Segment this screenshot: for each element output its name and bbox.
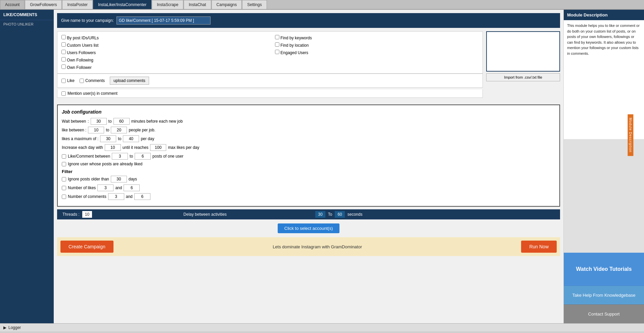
ignore-older-val-input[interactable] — [111, 176, 127, 182]
option-own-follower[interactable]: Own Follower — [61, 65, 265, 70]
checkbox-by-post-ids[interactable] — [61, 35, 66, 39]
wait-unit: minutes before each new job — [131, 119, 183, 124]
checkbox-mention[interactable] — [61, 91, 66, 96]
checkbox-engaged-users[interactable] — [275, 50, 279, 54]
num-comments-to-input[interactable] — [134, 193, 150, 200]
until-val-input[interactable] — [150, 144, 166, 151]
filter-label: Filter — [62, 169, 555, 174]
footer-text: Lets dominate Instagram with GramDominat… — [113, 244, 521, 249]
likes-max-to-input[interactable] — [123, 135, 139, 142]
ignore-liked-row: Ignore user whose posts are already like… — [62, 162, 555, 166]
wait-to-input[interactable] — [113, 118, 130, 125]
tab-growfollowers[interactable]: GrowFollowers — [25, 0, 62, 9]
checkbox-ignore-older[interactable] — [62, 177, 66, 181]
max-label: max likes per day — [168, 145, 199, 150]
right-panel: Module Description This module helps you… — [563, 10, 644, 323]
tab-instachat[interactable]: InstaChat — [184, 0, 211, 9]
watch-video-button[interactable]: Watch Video Tutorials — [564, 253, 644, 286]
checkbox-like[interactable] — [61, 79, 66, 83]
like-to-input[interactable] — [111, 127, 127, 133]
tab-account[interactable]: Account — [0, 0, 25, 9]
option-by-post-ids[interactable]: By post IDs/URLs — [61, 35, 265, 40]
checkbox-find-location[interactable] — [275, 42, 279, 47]
like-unit: people per job. — [129, 128, 155, 132]
comments-option[interactable]: Comments — [80, 78, 105, 83]
mention-label: Mention user(s) in comment — [67, 91, 118, 96]
sidebar-item-photo-unliker[interactable]: PHOTO UNLIKER — [0, 20, 54, 28]
footer-bar: Create Campaign Lets dominate Instagram … — [57, 237, 560, 256]
job-config-box: Job configuration Wait between : to minu… — [57, 105, 560, 207]
num-likes-row: Number of likes and — [62, 184, 555, 191]
select-account-button[interactable]: Click to select account(s) — [278, 223, 340, 233]
checkbox-custom-users[interactable] — [61, 42, 66, 47]
checkbox-own-follower[interactable] — [61, 65, 66, 69]
upload-comments-button[interactable]: upload comments — [110, 77, 149, 85]
main-layout: LIKE/COMMENTS PHOTO UNLIKER Give name to… — [0, 10, 644, 323]
num-likes-from-input[interactable] — [97, 184, 113, 191]
module-desc-header: Module Description — [564, 10, 644, 20]
delay-to-value: 60 — [335, 211, 344, 218]
checkbox-num-likes[interactable] — [62, 186, 66, 190]
lc-to-input[interactable] — [135, 153, 151, 160]
import-textarea-area[interactable] — [486, 31, 560, 72]
num-comments-and: and — [126, 194, 133, 199]
option-find-location[interactable]: Find by location — [275, 42, 478, 48]
module-desc-sideways: Module Description — [628, 114, 634, 156]
like-from-input[interactable] — [88, 127, 104, 133]
import-button[interactable]: Import from .csv/.txt file — [486, 73, 560, 81]
like-option[interactable]: Like — [61, 78, 75, 83]
run-now-button[interactable]: Run Now — [521, 241, 557, 253]
logger-label: Logger — [8, 325, 21, 330]
job-config-title: Job configuration — [62, 109, 555, 115]
tab-instaliker[interactable]: InstaLiker/InstaCommenter — [93, 0, 151, 9]
campaign-name-label: Give name to your campaign: — [61, 18, 114, 23]
checkbox-users-followers[interactable] — [61, 50, 66, 54]
tab-instaposter[interactable]: InstaPoster — [62, 0, 93, 9]
seconds-label: seconds — [345, 211, 557, 218]
likes-max-from-input[interactable] — [100, 135, 116, 142]
threads-label: Threads : — [60, 211, 82, 218]
option-users-followers[interactable]: Users Followers — [61, 50, 265, 55]
checkbox-ignore-liked[interactable] — [62, 162, 66, 166]
wait-between-row: Wait between : to minutes before each ne… — [62, 118, 555, 125]
option-engaged-users[interactable]: Engaged Users — [275, 50, 478, 55]
checkbox-like-comment[interactable] — [62, 154, 66, 159]
option-own-following[interactable]: Own Following — [61, 57, 265, 63]
help-knowledgebase-button[interactable]: Take Help From Knowledgebase — [564, 286, 644, 304]
campaign-name-input[interactable] — [117, 16, 211, 25]
threads-value: 10 — [82, 211, 92, 218]
num-comments-row: Number of comments and — [62, 193, 555, 200]
wait-between-label: Wait between — [62, 119, 86, 124]
option-custom-users-label: Custom Users list — [67, 43, 98, 48]
num-likes-to-input[interactable] — [124, 184, 140, 191]
increase-val-input[interactable] — [105, 144, 121, 151]
checkbox-comments[interactable] — [80, 79, 84, 83]
option-own-following-label: Own Following — [67, 58, 93, 63]
option-custom-users[interactable]: Custom Users list — [61, 42, 265, 48]
tab-instascrape[interactable]: InstaScrape — [152, 0, 183, 9]
increase-label: Increase each day with — [62, 145, 103, 150]
logger-icon: ▶ — [3, 325, 6, 330]
ignore-liked-label: Ignore user whose posts are already like… — [68, 162, 142, 166]
contact-support-button[interactable]: Contact Support — [564, 304, 644, 323]
likes-max-label: likes a maximum of : — [62, 136, 98, 141]
tab-campaigns[interactable]: Campaigns — [212, 0, 242, 9]
tab-settings[interactable]: Settings — [242, 0, 267, 9]
checkbox-num-comments[interactable] — [62, 195, 66, 199]
checkbox-own-following[interactable] — [61, 57, 66, 61]
ignore-older-label: Ignore posts older than — [68, 177, 109, 181]
create-campaign-button[interactable]: Create Campaign — [60, 241, 113, 253]
option-users-followers-label: Users Followers — [67, 50, 96, 55]
increase-row: Increase each day with until it reaches … — [62, 144, 555, 151]
action-row: Like Comments upload comments — [57, 74, 483, 88]
lc-from-input[interactable] — [112, 153, 128, 160]
checkbox-find-keywords[interactable] — [275, 35, 279, 39]
sidebar: LIKE/COMMENTS PHOTO UNLIKER — [0, 10, 54, 323]
wait-from-input[interactable] — [91, 118, 107, 125]
likes-max-unit: per day — [141, 136, 154, 141]
num-comments-from-input[interactable] — [108, 193, 124, 200]
like-label: Like — [67, 78, 75, 83]
import-textarea[interactable] — [489, 34, 558, 69]
ignore-older-row: Ignore posts older than days — [62, 176, 555, 182]
option-find-keywords[interactable]: Find by keywords — [275, 35, 478, 40]
